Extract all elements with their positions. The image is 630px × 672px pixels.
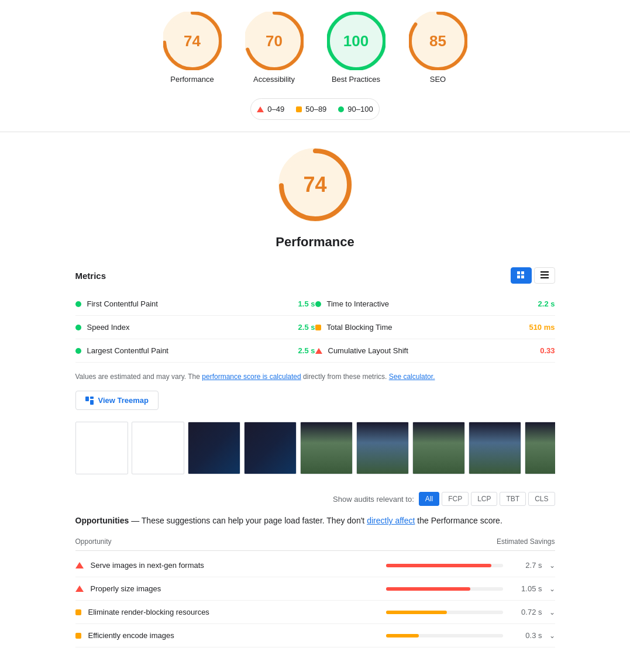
- toggle-list-btn[interactable]: [534, 267, 555, 284]
- opp-bar-properly-size: [386, 587, 470, 591]
- svg-rect-17: [517, 275, 520, 278]
- opp-name-encode-images: Efficiently encode images: [88, 631, 379, 640]
- opp-bar-render-blocking: [386, 611, 447, 614]
- score-accessibility[interactable]: 70 Accessibility: [245, 12, 304, 84]
- metric-value-tti: 2.2 s: [538, 299, 555, 308]
- metric-tti: Time to Interactive2.2 s: [315, 292, 555, 316]
- opp-savings-encode-images: 0.3 s: [510, 631, 542, 640]
- metrics-grid: First Contentful Paint1.5 sSpeed Index2.…: [75, 292, 555, 363]
- svg-rect-22: [85, 397, 89, 401]
- filter-btn-cls[interactable]: CLS: [528, 492, 555, 506]
- metric-name-si: Speed Index: [87, 323, 292, 332]
- filmstrip-frame-0: [75, 422, 128, 474]
- opportunity-next-gen-formats[interactable]: Serve images in next-gen formats 2.7 s ⌄: [75, 554, 555, 577]
- opp-savings-render-blocking: 0.72 s: [510, 608, 542, 616]
- svg-rect-18: [521, 275, 524, 278]
- score-legend: 0–49 50–89 90–100: [250, 98, 379, 120]
- opp-name-render-blocking: Eliminate render-blocking resources: [88, 608, 379, 616]
- dot-orange: [315, 325, 321, 330]
- view-treemap-label: View Treemap: [98, 396, 149, 405]
- score-performance[interactable]: 74 Performance: [163, 12, 222, 84]
- filmstrip-frame-3: [244, 422, 297, 474]
- main-score-section: 74 Performance: [75, 144, 555, 250]
- metric-name-tbt: Total Blocking Time: [327, 323, 524, 332]
- opp-chevron-render-blocking[interactable]: ⌄: [549, 608, 555, 616]
- opp-bar-container-encode-images: [386, 634, 503, 637]
- metric-value-tbt: 510 ms: [529, 323, 555, 332]
- opportunity-encode-images[interactable]: Efficiently encode images 0.3 s ⌄: [75, 624, 555, 647]
- opp-name-properly-size: Properly size images: [91, 584, 379, 593]
- top-scores-section: 74 Performance 70 Accessibility: [0, 0, 630, 89]
- filter-btn-lcp[interactable]: LCP: [471, 492, 497, 506]
- metric-value-si: 2.5 s: [298, 323, 315, 332]
- opportunity-properly-size[interactable]: Properly size images 1.05 s ⌄: [75, 577, 555, 601]
- score-value-best-practices: 100: [343, 32, 369, 50]
- legend-fail: 0–49: [257, 105, 284, 113]
- opp-chevron-encode-images[interactable]: ⌄: [549, 632, 555, 640]
- opp-icon-render-blocking: [75, 609, 81, 615]
- col-savings: Estimated Savings: [497, 537, 555, 546]
- view-treemap-button[interactable]: View Treemap: [75, 391, 159, 410]
- score-best-practices[interactable]: 100 Best Practices: [327, 12, 385, 84]
- view-toggle: [511, 267, 555, 284]
- metrics-title: Metrics: [75, 271, 106, 281]
- dot-green: [75, 301, 81, 307]
- svg-rect-24: [90, 400, 94, 405]
- metric-lcp: Largest Contentful Paint2.5 s: [75, 339, 315, 363]
- metric-value-lcp: 2.5 s: [298, 346, 315, 355]
- performance-score-link[interactable]: performance score is calculated: [202, 373, 301, 381]
- filmstrip-frame-6: [412, 422, 465, 474]
- metric-si: Speed Index2.5 s: [75, 316, 315, 339]
- metric-name-cls: Cumulative Layout Shift: [328, 346, 535, 355]
- opp-name-next-gen-formats: Serve images in next-gen formats: [91, 561, 379, 570]
- svg-rect-21: [541, 277, 549, 278]
- filter-btn-fcp[interactable]: FCP: [442, 492, 469, 506]
- dot-green: [315, 301, 321, 307]
- filmstrip-frame-2: [188, 422, 240, 474]
- dot-green: [75, 325, 81, 330]
- filmstrip-frame-7: [469, 422, 521, 474]
- legend-pass-label: 90–100: [347, 105, 373, 113]
- score-circle-accessibility: 70: [245, 12, 304, 70]
- metric-fcp: First Contentful Paint1.5 s: [75, 292, 315, 316]
- svg-rect-19: [541, 271, 549, 273]
- toggle-grid-btn[interactable]: [511, 267, 532, 284]
- metric-value-fcp: 1.5 s: [298, 299, 315, 308]
- score-value-performance: 74: [184, 32, 201, 50]
- filter-btn-tbt[interactable]: TBT: [500, 492, 526, 506]
- opportunities-text: — These suggestions can help your page l…: [131, 516, 367, 525]
- score-seo[interactable]: 85 SEO: [409, 12, 467, 84]
- calculator-link[interactable]: See calculator.: [389, 373, 435, 381]
- opp-chevron-properly-size[interactable]: ⌄: [549, 585, 555, 593]
- audit-filter-label: Show audits relevant to:: [333, 495, 414, 504]
- opp-chevron-next-gen-formats[interactable]: ⌄: [549, 561, 555, 570]
- metric-cls: Cumulative Layout Shift0.33: [315, 339, 555, 363]
- directly-affect-link[interactable]: directly affect: [367, 516, 415, 525]
- opportunities-header: Opportunities — These suggestions can he…: [75, 515, 555, 527]
- metric-name-lcp: Largest Contentful Paint: [87, 346, 292, 355]
- opp-bar-next-gen-formats: [386, 564, 491, 567]
- main-content: 74 Performance Metrics First Contentful …: [52, 144, 579, 647]
- opportunities-text2: the Performance score.: [417, 516, 502, 525]
- table-header: Opportunity Estimated Savings: [75, 533, 555, 551]
- dot-green: [75, 348, 81, 354]
- legend-average: 50–89: [296, 105, 326, 113]
- score-label-performance: Performance: [170, 75, 214, 84]
- score-circle-best-practices: 100: [327, 12, 385, 70]
- opp-savings-properly-size: 1.05 s: [510, 584, 542, 593]
- metric-name-tti: Time to Interactive: [327, 299, 532, 308]
- opp-bar-encode-images: [386, 634, 419, 637]
- opp-icon-next-gen-formats: [75, 562, 84, 568]
- main-score-circle: 74: [274, 144, 356, 226]
- filter-btn-all[interactable]: All: [419, 492, 439, 506]
- metrics-header: Metrics: [75, 267, 555, 284]
- opportunity-render-blocking[interactable]: Eliminate render-blocking resources 0.72…: [75, 601, 555, 624]
- legend-fail-label: 0–49: [267, 105, 284, 113]
- opp-icon-properly-size: [75, 585, 84, 592]
- filmstrip-frame-8: [525, 422, 555, 474]
- filmstrip: [75, 422, 555, 477]
- filmstrip-frame-4: [300, 422, 353, 474]
- filter-buttons: AllFCPLCPTBTCLS: [419, 492, 555, 506]
- score-value-accessibility: 70: [266, 32, 283, 50]
- opp-icon-encode-images: [75, 633, 81, 639]
